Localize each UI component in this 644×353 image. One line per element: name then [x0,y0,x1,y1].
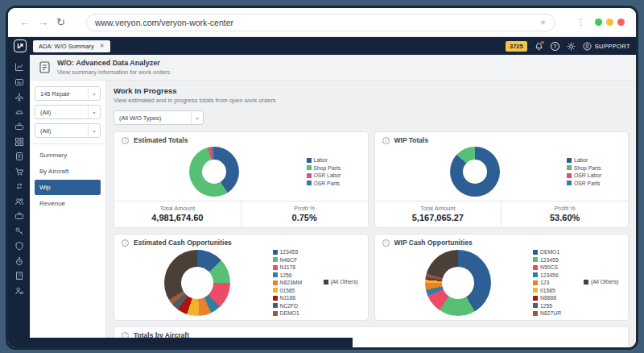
legend-item: 123455 [533,257,580,263]
sidebar-divider [30,143,105,144]
legend-item: Shop Parts [307,165,360,171]
legend-item: N827UR [533,310,580,316]
sidebar-filter-select[interactable]: (All) [35,105,101,119]
legend-swatch [533,265,538,270]
rail-people-icon[interactable] [14,197,24,206]
wip-cash-donut-chart[interactable] [425,250,491,316]
chart-area: LaborShop PartsOSR LaborOSR Parts [375,146,629,201]
sidebar-filter-select[interactable]: 145 Repair [35,86,101,101]
rail-building-icon[interactable] [14,271,24,280]
wip-totals-donut-chart[interactable] [450,147,500,197]
sidebar-nav-item[interactable]: Summary [35,147,101,163]
rail-user-settings-icon[interactable] [14,286,24,296]
rail-transfer-icon[interactable] [14,181,24,191]
rail-logbook-icon[interactable] [14,77,24,87]
select-value: (All) [35,127,88,135]
chart-legend: LaborShop PartsOSR LaborOSR Parts [307,157,360,186]
card-wip-cash-opportunities: WIP Cash Opportunities DEMO1123455N50CS1… [374,234,630,321]
desktop-background: www.veryon.com/veryon-work-center ADA: W… [0,0,644,353]
rail-toolbox-icon[interactable] [14,122,24,131]
reload-icon[interactable] [56,16,65,28]
work-order-document-icon [39,61,50,73]
legend-item: Shop Parts [567,165,620,171]
support-button[interactable]: SUPPPORT [583,42,630,51]
tab-wo-summary[interactable]: ADA: W/O Summary [33,40,110,52]
sidebar-nav-item[interactable]: Wip [35,180,101,195]
card-title: Estimated Cash Opportunities [134,239,232,247]
legend-swatch [307,158,312,163]
legend-item: (All Others) [324,279,361,284]
legend-item: N46CF [273,257,320,263]
rail-document-icon[interactable] [14,152,24,161]
legend-item: 1256 [273,272,320,278]
legend-item: OSR Labor [307,172,360,178]
legend-item: 1255 [533,303,580,309]
page-header: W/O: Advanced Data Analyzer View summary… [30,55,636,81]
sidebar-nav-item[interactable]: Revenue [35,196,101,211]
legend-item: 123455 [273,249,320,255]
rail-stopwatch-icon[interactable] [14,256,24,266]
notifications-button[interactable] [535,42,543,51]
legend-swatch [533,280,538,285]
chart-area: 123455N46CFN11781256N823MM01585N1188NC2F… [114,248,368,320]
window-close-button[interactable] [617,19,625,26]
legend-swatch [307,173,312,178]
legend-item: Labor [307,157,360,163]
legend-swatch [273,303,278,308]
legend-item: N1188 [273,295,320,301]
workspace: W/O: Advanced Data Analyzer View summary… [30,55,636,347]
stat-value: 4,981,674.60 [114,213,241,222]
card-title: Estimated Totals [134,136,188,144]
select-value: 145 Repair [35,90,88,98]
tab-close-icon[interactable] [100,43,105,49]
sidebar-filter-select[interactable]: (All) [35,123,101,138]
help-icon[interactable] [551,42,559,51]
card-stats: Total Amount 5,167,065.27 Profit % 53.60… [375,201,629,227]
browser-window: www.veryon.com/veryon-work-center ADA: W… [6,6,638,350]
counter-badge[interactable]: 3725 [506,41,527,52]
veryon-logo[interactable] [14,39,27,52]
card-title: WIP Totals [394,136,429,144]
estimated-cash-donut-chart[interactable] [164,250,230,316]
rail-modules-icon[interactable] [14,137,24,147]
chevron-down-icon [191,111,203,124]
rail-analytics-icon[interactable] [14,62,24,72]
legend-item: OSR Parts [567,181,620,186]
window-zoom-button[interactable] [595,19,602,26]
card-estimated-totals: Estimated Totals LaborShop PartsOSR Labo… [114,131,369,228]
estimated-totals-donut-chart[interactable] [189,147,239,197]
info-icon[interactable] [382,239,390,247]
stat-cell: Profit % 53.60% [501,201,628,227]
info-icon[interactable] [382,137,390,144]
card-header: WIP Cash Opportunities [375,235,629,248]
module-icon-rail [8,55,30,347]
address-bar[interactable]: www.veryon.com/veryon-work-center [86,14,555,31]
back-icon[interactable] [19,16,30,28]
card-header: Estimated Totals [114,132,368,146]
tab-label: ADA: W/O Summary [39,43,94,50]
rail-aircraft-icon[interactable] [14,92,24,102]
sidebar-nav-item[interactable]: By Aircraft [35,164,101,179]
info-icon[interactable] [122,239,129,247]
legend-swatch [533,272,538,277]
legend-item: N8888 [533,295,580,301]
stat-label: Total Amount [375,205,502,212]
bookmark-star-icon[interactable] [539,18,547,27]
browser-menu-icon[interactable] [576,17,585,27]
rail-key-icon[interactable] [14,226,24,236]
chart-area: LaborShop PartsOSR LaborOSR Parts [114,146,368,201]
stat-cell: Profit % 0.75% [241,201,368,227]
card-stats: Total Amount 4,981,674.60 Profit % 0.75% [114,201,368,227]
forward-icon[interactable] [38,16,48,28]
wo-type-filter-select[interactable]: (All W/O Types) [114,110,204,125]
info-icon[interactable] [122,137,129,144]
legend-swatch [533,303,538,308]
rail-cart-icon[interactable] [14,167,24,176]
sidebar-nav-label: Summary [39,152,67,159]
settings-gear-icon[interactable] [567,42,576,51]
window-minimize-button[interactable] [606,19,613,26]
rail-pilot-icon[interactable] [14,107,24,117]
rail-briefcase-icon[interactable] [14,211,24,221]
rail-shield-icon[interactable] [14,241,24,251]
legend-item: N1178 [273,264,320,270]
